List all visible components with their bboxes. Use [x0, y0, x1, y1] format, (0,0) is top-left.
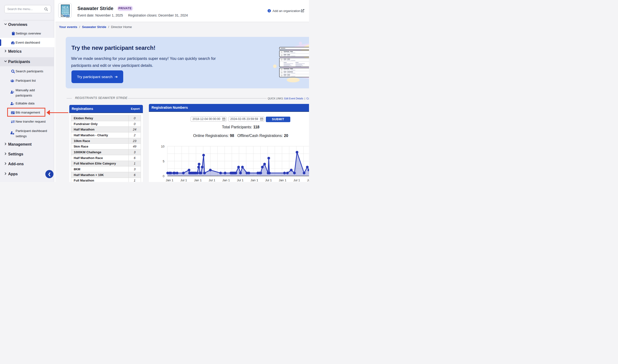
svg-text:Jul 1: Jul 1: [265, 178, 272, 182]
svg-text:10: 10: [161, 145, 165, 148]
svg-text:Jan 1: Jan 1: [194, 178, 202, 182]
svg-text:Jul 1: Jul 1: [180, 178, 187, 182]
svg-text:Jul 1: Jul 1: [208, 178, 215, 182]
svg-text:5: 5: [163, 159, 165, 163]
svg-text:Jan 1: Jan 1: [250, 178, 258, 182]
svg-text:Jan 1: Jan 1: [279, 178, 287, 182]
svg-text:Jan 1: Jan 1: [307, 178, 309, 182]
svg-text:Jul 1: Jul 1: [293, 178, 300, 182]
svg-text:Jan 1: Jan 1: [222, 178, 230, 182]
svg-text:STRIDE: STRIDE: [62, 11, 69, 13]
svg-text:Jan 1: Jan 1: [166, 178, 173, 182]
svg-text:0: 0: [163, 174, 165, 178]
svg-text:Jul 1: Jul 1: [237, 178, 243, 182]
svg-text:SEA: SEA: [62, 5, 69, 9]
